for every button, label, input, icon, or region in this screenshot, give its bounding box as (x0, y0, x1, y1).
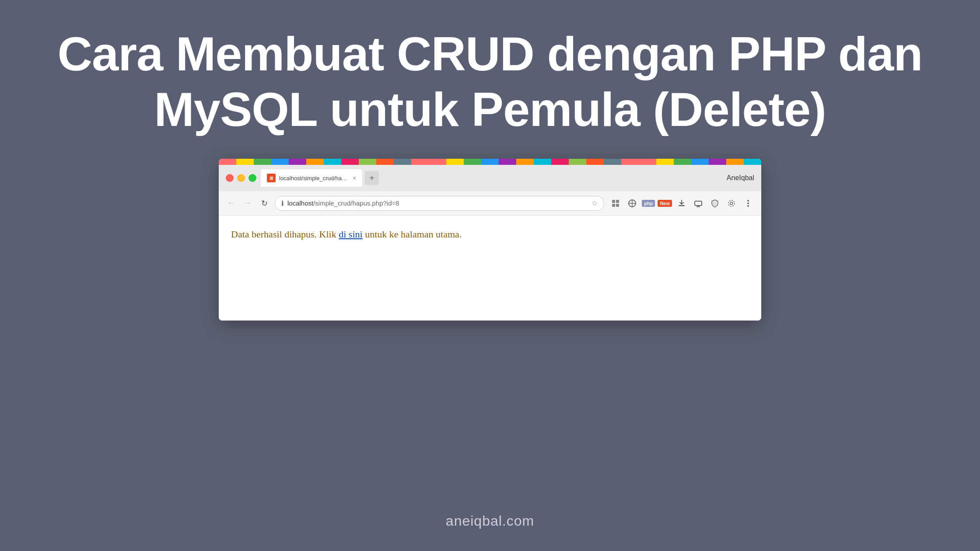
dev-strip (219, 159, 761, 165)
svg-rect-8 (695, 201, 702, 206)
browser-content: Data berhasil dihapus. Klik di sini untu… (219, 216, 761, 321)
php-badge: php (642, 200, 655, 207)
browser-titlebar: ⊞ localhost/simple_crud/hapus.p × + AneI… (219, 165, 761, 191)
download-icon[interactable] (675, 196, 689, 210)
shield-icon[interactable] (708, 196, 722, 210)
browser-window: ⊞ localhost/simple_crud/hapus.p × + AneI… (219, 159, 761, 321)
bookmark-star-icon[interactable]: ☆ (592, 199, 598, 207)
svg-rect-9 (697, 206, 699, 206)
svg-rect-3 (616, 204, 619, 207)
svg-rect-1 (616, 200, 619, 203)
new-badge: New (658, 200, 672, 207)
browser-icon2[interactable] (625, 196, 639, 210)
tab-close-button[interactable]: × (353, 175, 356, 181)
close-button[interactable] (226, 174, 234, 182)
di-sini-link[interactable]: di sini (339, 229, 362, 240)
new-tab-button[interactable]: + (365, 171, 379, 185)
forward-button[interactable]: → (242, 197, 254, 209)
info-icon: ℹ (281, 199, 284, 207)
menu-icon[interactable] (741, 196, 755, 210)
browser-addressbar: ← → ↻ ℹ localhost/simple_crud/hapus.php?… (219, 191, 761, 216)
minimize-button[interactable] (237, 174, 245, 182)
browser-profile: AneIqbal (727, 174, 754, 182)
tab-area: ⊞ localhost/simple_crud/hapus.p × + (261, 169, 722, 187)
toolbar-icons: php New (609, 196, 755, 210)
title-area: Cara Membuat CRUD dengan PHP dan MySQL u… (14, 0, 966, 154)
footer-text: aneiqbal.com (446, 513, 534, 529)
svg-point-11 (730, 202, 733, 205)
address-text: localhost/simple_crud/hapus.php?id=8 (287, 199, 588, 207)
svg-rect-2 (612, 204, 615, 207)
back-button[interactable]: ← (225, 197, 237, 209)
svg-point-14 (747, 202, 749, 204)
svg-point-12 (728, 200, 735, 206)
settings-icon[interactable] (724, 196, 738, 210)
svg-rect-0 (612, 200, 615, 203)
maximize-button[interactable] (248, 174, 256, 182)
traffic-lights (226, 174, 256, 182)
page-title: Cara Membuat CRUD dengan PHP dan MySQL u… (58, 26, 923, 137)
tab-label: localhost/simple_crud/hapus.p (279, 175, 349, 181)
svg-rect-7 (679, 205, 685, 206)
svg-point-13 (747, 200, 749, 202)
svg-rect-10 (696, 206, 700, 207)
refresh-button[interactable]: ↻ (258, 197, 270, 209)
svg-point-15 (747, 205, 749, 207)
tab-favicon: ⊞ (267, 174, 276, 182)
success-message: Data berhasil dihapus. Klik di sini untu… (231, 229, 749, 240)
active-tab[interactable]: ⊞ localhost/simple_crud/hapus.p × (261, 169, 362, 187)
extension-icon[interactable] (609, 196, 623, 210)
address-field[interactable]: ℹ localhost/simple_crud/hapus.php?id=8 ☆ (275, 196, 604, 211)
cast-icon[interactable] (691, 196, 705, 210)
